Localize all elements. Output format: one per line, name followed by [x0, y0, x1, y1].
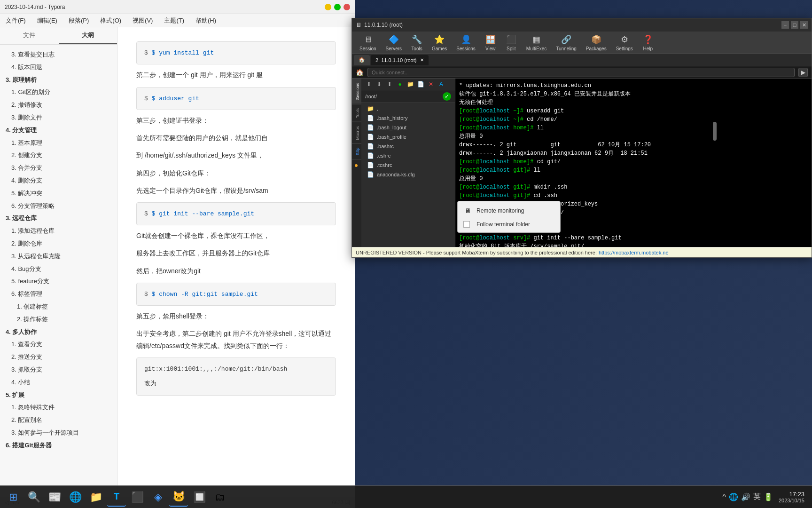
toolbar-packages[interactable]: 📦 Packages [582, 32, 610, 53]
outline-item[interactable]: 4. 版本回退 [0, 61, 117, 74]
path-new-btn[interactable]: ● [395, 80, 405, 88]
outline-item[interactable]: 3. 远程仓库 [0, 212, 117, 225]
tab-terminal[interactable]: 2. 11.0.1.10 (root) ✕ [371, 55, 429, 65]
outline-item[interactable]: 4. 分支管理 [0, 124, 117, 137]
outline-item[interactable]: 1. 基本原理 [0, 137, 117, 150]
outline-item[interactable]: 5. 解决冲突 [0, 187, 117, 200]
ime-icon[interactable]: 英 [753, 492, 761, 502]
menu-help[interactable]: 帮助(H) [194, 16, 218, 26]
follow-terminal-item[interactable]: Follow terminal folder [458, 218, 560, 230]
outline-item[interactable]: 3. 抓取分支 [0, 364, 117, 376]
moba-close-btn[interactable]: ✕ [800, 21, 808, 29]
path-upload-btn[interactable]: ⬆ [385, 80, 394, 88]
outline-item[interactable]: 3. 原理解析 [0, 74, 117, 87]
path-ok-btn[interactable]: ✓ [443, 92, 451, 101]
close-button[interactable] [344, 4, 350, 10]
start-button[interactable]: ⊞ [4, 488, 23, 507]
maximize-button[interactable] [334, 4, 341, 10]
volume-icon[interactable]: 🔊 [741, 492, 750, 501]
toolbar-tools[interactable]: 🔧 Tools [407, 32, 426, 53]
path-delete-btn[interactable]: ✕ [426, 80, 436, 88]
menu-file[interactable]: 文件(F) [4, 16, 28, 26]
menu-paragraph[interactable]: 段落(P) [67, 16, 91, 26]
outline-item[interactable]: 4. 小结 [0, 376, 117, 389]
outline-item[interactable]: 2. 创建分支 [0, 149, 117, 162]
file-item-cshrc[interactable]: 📄 .cshrc [361, 151, 455, 160]
network-icon[interactable]: 🌐 [729, 492, 738, 501]
moba-maximize-btn[interactable]: □ [791, 21, 798, 29]
outline-item[interactable]: 4. 多人协作 [0, 326, 117, 339]
vscode-taskbar-button[interactable]: ◈ [148, 488, 167, 507]
file-item-bash-history[interactable]: 📄 .bash_history [361, 113, 455, 123]
editor-content[interactable]: $ $ yum install git 第二步，创建一个 git 用户，用来运行… [117, 27, 355, 497]
tab-close-icon[interactable]: ✕ [420, 57, 424, 63]
menu-view[interactable]: 视图(V) [131, 16, 155, 26]
tab-home[interactable]: 🏠 [354, 55, 370, 65]
menu-edit[interactable]: 编辑(E) [35, 16, 59, 26]
toolbar-terminal[interactable]: 🖥 Session [356, 32, 380, 53]
file-explorer-button[interactable]: 📁 [86, 488, 105, 507]
file-item-bash-logout[interactable]: 📄 .bash_logout [361, 123, 455, 132]
toolbar-sessions[interactable]: 👤 Sessions [453, 32, 479, 53]
outline-item[interactable]: 4. Bug分支 [0, 263, 117, 276]
follow-checkbox[interactable] [463, 221, 470, 228]
toolbar-split[interactable]: ⬛ Split [502, 32, 521, 53]
outline-item[interactable]: 2. 撤销修改 [0, 99, 117, 111]
minimize-button[interactable] [325, 4, 331, 10]
outline-item[interactable]: 1. 忽略特殊文件 [0, 401, 117, 414]
outline-item[interactable]: 1. 查看分支 [0, 338, 117, 351]
outline-item[interactable]: 6. 分支管理策略 [0, 200, 117, 213]
menu-format[interactable]: 格式(O) [98, 16, 123, 26]
left-tab-sftp[interactable]: Sftp [352, 143, 361, 159]
unregistered-url[interactable]: https://mobaxterm.mobatek.ne [599, 250, 669, 255]
edge-browser-button[interactable]: 🌐 [66, 488, 85, 507]
file-item-dotdot[interactable]: 📁 .. [361, 104, 455, 113]
quick-connect-submit[interactable]: ▶ [798, 68, 808, 77]
left-tab-macros[interactable]: Macros [352, 122, 361, 144]
outline-item[interactable]: 5. feature分支 [0, 275, 117, 288]
path-refresh-btn[interactable]: A [437, 80, 446, 88]
left-tab-tools[interactable]: Tools [352, 104, 361, 122]
file-item-bashrc[interactable]: 📄 .bashrc [361, 142, 455, 151]
path-up-btn[interactable]: ⬆ [364, 80, 374, 88]
tab-outline[interactable]: 大纲 [59, 27, 117, 44]
terminal-taskbar-button[interactable]: ⬛ [128, 488, 147, 507]
outline-item[interactable]: 1. 添加远程仓库 [0, 225, 117, 238]
remote-monitoring-item[interactable]: 🖥 Remote monitoring [458, 203, 560, 218]
toolbar-multiexec[interactable]: ▦ MultiExec [523, 32, 550, 53]
file-item-bash-profile[interactable]: 📄 .bash_profile [361, 132, 455, 142]
app5-taskbar-button[interactable]: 🔲 [190, 488, 209, 507]
outline-item[interactable]: 1. 创建标签 [0, 301, 117, 313]
outline-item[interactable]: 3. 删除文件 [0, 111, 117, 124]
quick-connect-input[interactable] [367, 68, 795, 77]
toolbar-servers[interactable]: 🔷 Servers [382, 32, 406, 53]
battery-icon[interactable]: 🔋 [764, 492, 773, 501]
toolbar-help[interactable]: ❓ Help [639, 32, 657, 53]
moba-minimize-btn[interactable]: − [781, 21, 789, 29]
outline-item[interactable]: 3. 如何参与一个开源项目 [0, 427, 117, 439]
outline-item[interactable]: 6. 搭建Git服务器 [0, 439, 117, 452]
outline-item[interactable]: 1. Git区的划分 [0, 86, 117, 99]
chevron-icon[interactable]: ^ [722, 493, 726, 501]
file-item-anaconda[interactable]: 📄 anaconda-ks.cfg [361, 170, 455, 179]
left-tab-sessions[interactable]: Sessions [352, 79, 361, 104]
path-download-btn[interactable]: ⬇ [375, 80, 384, 88]
outline-item[interactable]: 3. 查看提交日志 [0, 48, 117, 61]
menu-theme[interactable]: 主题(T) [162, 16, 186, 26]
outline-item[interactable]: 2. 删除仓库 [0, 238, 117, 250]
widgets-button[interactable]: 📰 [45, 488, 64, 507]
outline-item[interactable]: 6. 标签管理 [0, 288, 117, 301]
outline-item[interactable]: 4. 删除分支 [0, 175, 117, 187]
toolbar-games[interactable]: ⭐ Games [428, 32, 451, 53]
outline-item[interactable]: 2. 推送分支 [0, 351, 117, 364]
mobaxterm-taskbar-button[interactable]: 🐱 [169, 488, 188, 507]
file-item-tcshrc[interactable]: 📄 .tcshrc [361, 160, 455, 170]
toolbar-view[interactable]: 🪟 View [481, 32, 500, 53]
path-file-btn[interactable]: 📄 [416, 80, 425, 88]
outline-item[interactable]: 2. 配置别名 [0, 414, 117, 427]
toolbar-settings[interactable]: ⚙ Settings [612, 32, 637, 53]
tab-files[interactable]: 文件 [0, 27, 59, 44]
outline-item[interactable]: 3. 从远程仓库克隆 [0, 250, 117, 263]
search-button[interactable]: 🔍 [24, 488, 43, 507]
outline-item[interactable]: 3. 合并分支 [0, 162, 117, 175]
